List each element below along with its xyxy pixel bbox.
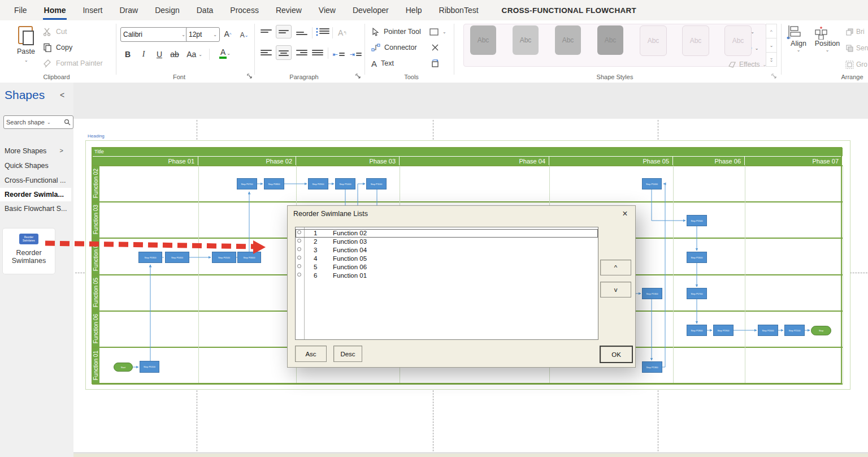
effects-button[interactable]: Effects⌄ <box>728 58 766 71</box>
justify-button[interactable] <box>312 49 323 57</box>
gallery-scroll-down[interactable]: ⌄ <box>766 38 777 53</box>
move-down-button[interactable]: v <box>600 282 631 298</box>
menu-tab-review[interactable]: Review <box>275 1 303 20</box>
menu-tab-process[interactable]: Process <box>229 1 260 20</box>
align-button[interactable]: Align ⌄ <box>787 25 810 53</box>
bullets-button[interactable] <box>316 27 329 35</box>
grow-font-button[interactable]: A^ <box>220 27 235 41</box>
menu-tab-home[interactable]: Home <box>43 1 67 20</box>
menu-tab-file[interactable]: File <box>13 1 28 20</box>
ok-button[interactable]: OK <box>600 346 633 363</box>
flowchart-step[interactable]: Step P1300 <box>642 288 662 299</box>
shape-style-swatch[interactable]: Abc <box>724 25 752 56</box>
swimlane-list-item-4[interactable]: 4 Function 05 <box>296 255 598 263</box>
crop-tool-button[interactable] <box>431 57 440 70</box>
flowchart-step[interactable]: Step P0500 <box>212 252 236 263</box>
flowchart-step[interactable]: Step P1360 <box>642 361 662 373</box>
stencil-item-4[interactable]: Basic Flowchart S... <box>5 201 71 216</box>
swimlane-list-item-1[interactable]: 1 Function 02 <box>296 229 598 238</box>
menu-tab-view[interactable]: View <box>318 1 337 20</box>
shrink-font-button[interactable]: A⌄ <box>237 28 251 42</box>
stencil-item-0[interactable]: More Shapes > <box>5 144 71 158</box>
flowchart-step[interactable]: Step P1000 <box>335 178 355 189</box>
flowchart-step[interactable]: Step P1400 <box>642 178 662 189</box>
menu-tab-help[interactable]: Help <box>405 1 423 20</box>
underline-button[interactable]: U <box>153 48 166 61</box>
stencil-item-2[interactable]: Cross-Functional ... <box>5 173 71 188</box>
swimlane-list-item-2[interactable]: 2 Function 03 <box>296 238 598 246</box>
desc-button[interactable]: Desc <box>333 346 362 362</box>
font-size-combo[interactable]: 12pt⌄ <box>186 27 220 42</box>
flowchart-step[interactable]: Step P1500 <box>687 215 707 226</box>
flowchart-step[interactable]: Step P1800 <box>687 325 707 336</box>
menu-tab-ribbontest[interactable]: RibbonTest <box>438 1 480 20</box>
menu-tab-design[interactable]: Design <box>154 1 181 20</box>
font-family-combo[interactable]: Calibri⌄ <box>120 27 188 42</box>
align-center-button[interactable] <box>276 45 292 60</box>
master-reorder-swimlanes[interactable]: Reorder Swimlanes Reorder Swimlanes <box>3 228 55 274</box>
bold-button[interactable]: B <box>121 48 134 61</box>
gallery-scroll-up[interactable]: ^ <box>766 24 777 38</box>
change-case-button[interactable]: Aa ⌄ <box>185 48 204 61</box>
flowchart-step[interactable]: Step P0800 <box>264 178 284 189</box>
paste-button[interactable]: Paste ⌄ <box>14 25 38 74</box>
flowchart-step[interactable]: Step P0300 <box>138 252 162 263</box>
move-up-button[interactable]: ^ <box>600 260 631 275</box>
flowchart-step[interactable]: Step P1100 <box>366 178 387 189</box>
shape-style-swatch[interactable]: Abc <box>513 25 539 55</box>
decrease-indent-button[interactable]: ⇤ <box>331 48 346 61</box>
panel-collapse-button[interactable]: < <box>60 90 64 100</box>
shape-style-swatch[interactable]: Abc <box>470 25 496 55</box>
flowchart-step[interactable]: Step P0900 <box>308 178 328 189</box>
close-icon[interactable]: × <box>619 208 631 219</box>
flowchart-step[interactable]: Step P0100 <box>140 361 159 373</box>
flowchart-step[interactable]: Step P1900 <box>713 325 734 336</box>
connection-point-tool-button[interactable] <box>431 41 439 54</box>
format-painter-button[interactable]: Format Painter <box>43 57 103 70</box>
swimlane-listbox[interactable]: 1 Function 02 2 Function 03 3 Function 0… <box>295 227 598 340</box>
cut-button[interactable]: Cut <box>43 25 67 38</box>
asc-button[interactable]: Asc <box>295 346 327 362</box>
align-bottom-button[interactable] <box>296 31 307 36</box>
shape-style-swatch[interactable]: Abc <box>682 25 709 56</box>
shape-style-swatch[interactable]: Abc <box>597 25 623 55</box>
font-dialog-launcher[interactable] <box>246 73 253 80</box>
align-left-button[interactable] <box>261 49 272 57</box>
swimlane-list-item-5[interactable]: 5 Function 06 <box>296 263 598 271</box>
align-middle-button[interactable] <box>276 25 292 38</box>
strikethrough-button[interactable]: ab <box>168 48 181 61</box>
send-backward-button[interactable]: Sen <box>845 41 868 55</box>
flowchart-step[interactable]: Step P1600 <box>687 252 707 263</box>
flowchart-step[interactable]: Step P0700 <box>237 178 257 189</box>
copy-button[interactable]: Copy <box>43 41 72 54</box>
increase-indent-button[interactable]: ⇥ <box>348 48 363 61</box>
align-right-button[interactable] <box>296 49 307 57</box>
align-top-button[interactable] <box>261 28 272 34</box>
stencil-item-1[interactable]: Quick Shapes <box>5 158 71 173</box>
bring-forward-button[interactable]: Bri <box>845 25 865 38</box>
pointer-tool-button[interactable]: Pointer Tool <box>371 25 421 38</box>
text-direction-button[interactable]: A↰ <box>336 26 349 40</box>
flowchart-terminator-stop[interactable]: Stop <box>811 326 831 335</box>
italic-button[interactable]: I <box>137 48 150 61</box>
gallery-expand[interactable]: ⌄⌄ <box>766 53 777 67</box>
menu-tab-insert[interactable]: Insert <box>81 1 103 20</box>
menu-tab-data[interactable]: Data <box>196 1 215 20</box>
shape-styles-dialog-launcher[interactable] <box>771 73 778 80</box>
rectangle-tool-button[interactable]: ⌄ <box>429 25 446 38</box>
group-button[interactable]: Gro <box>845 58 867 71</box>
stencil-item-3[interactable]: Reorder Swimla... <box>0 188 71 201</box>
swimlane-list-item-3[interactable]: 3 Function 04 <box>296 246 598 255</box>
flowchart-step[interactable]: Step P0600 <box>237 252 261 263</box>
menu-tab-developer[interactable]: Developer <box>351 1 390 20</box>
swimlane-list-item-6[interactable]: 6 Function 01 <box>296 271 598 280</box>
shape-style-swatch[interactable]: Abc <box>640 25 667 56</box>
shape-style-swatch[interactable]: Abc <box>555 25 581 55</box>
connector-tool-button[interactable]: Connector <box>371 41 417 54</box>
flowchart-step[interactable]: Step P1700 <box>687 288 707 299</box>
paragraph-dialog-launcher[interactable] <box>355 73 362 80</box>
search-shape-input[interactable]: Search shape ⌄ <box>3 115 73 129</box>
text-tool-button[interactable]: A Text <box>371 57 394 70</box>
flowchart-step[interactable]: Step P2100 <box>784 325 805 336</box>
flowchart-terminator-start[interactable]: Start <box>114 363 133 372</box>
